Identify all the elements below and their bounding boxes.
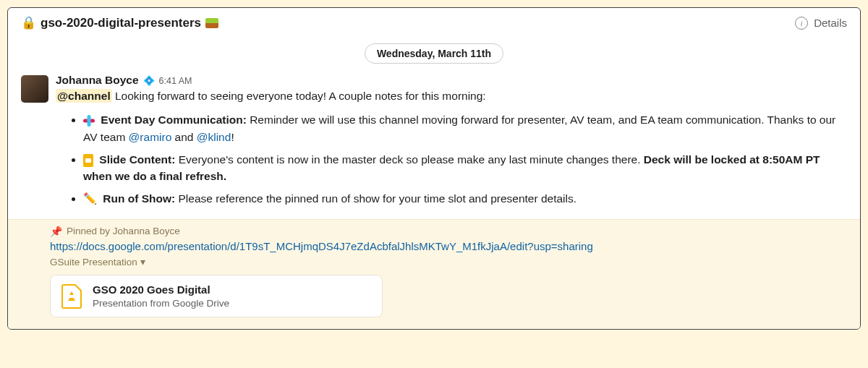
bullet-2-title: Slide Content:: [99, 153, 175, 166]
bullet-1-between: and: [171, 131, 196, 143]
bullet-item-3: ✏️ Run of Show: Please reference the pin…: [83, 190, 847, 207]
chevron-down-icon: ▾: [140, 256, 145, 268]
channel-mention[interactable]: @channel: [56, 89, 112, 103]
pencil-icon: ✏️: [83, 190, 97, 207]
google-drive-file-icon: [61, 283, 82, 309]
lock-icon: 🔒: [21, 15, 36, 30]
bullet-3-title: Run of Show:: [103, 192, 175, 205]
attachment-type[interactable]: GSuite Presentation ▾: [50, 256, 145, 268]
bullet-list: Event Day Communication: Reminder we wil…: [70, 111, 847, 207]
bullet-1-title: Event Day Communication:: [101, 114, 247, 126]
intro-text: Looking forward to seeing everyone today…: [112, 90, 486, 102]
author-name[interactable]: Johanna Boyce: [56, 74, 139, 87]
message-header: Johanna Boyce 💠 6:41 AM: [56, 74, 847, 87]
camping-emoji-icon: [205, 18, 218, 28]
details-label: Details: [814, 17, 847, 29]
bullet-item-2: Slide Content: Everyone's content is now…: [83, 151, 847, 185]
channel-name[interactable]: 🔒 gso-2020-digital-presenters: [21, 15, 218, 30]
attachment-title: GSO 2020 Goes Digital: [93, 283, 229, 297]
avatar[interactable]: [21, 75, 48, 103]
pin-icon: 📌: [50, 226, 62, 237]
message-body: Johanna Boyce 💠 6:41 AM @channel Looking…: [56, 74, 847, 213]
pinned-header: 📌 Pinned by Johanna Boyce: [50, 226, 847, 237]
owner-badge-icon: 💠: [143, 75, 155, 86]
message: Johanna Boyce 💠 6:41 AM @channel Looking…: [8, 74, 860, 219]
attachment-subtitle: Presentation from Google Drive: [93, 297, 229, 310]
date-divider: Wednesday, March 11th: [8, 38, 860, 74]
info-icon: i: [795, 17, 808, 30]
date-pill[interactable]: Wednesday, March 11th: [365, 43, 503, 64]
message-timestamp[interactable]: 6:41 AM: [159, 76, 192, 86]
date-text: Wednesday, March 11th: [377, 48, 491, 59]
bullet-2-text: Everyone's content is now in the master …: [175, 153, 643, 166]
attachment-link[interactable]: https://docs.google.com/presentation/d/1…: [50, 240, 847, 252]
attachment-text: GSO 2020 Goes Digital Presentation from …: [93, 283, 229, 309]
slack-channel-view: 🔒 gso-2020-digital-presenters i Details …: [7, 7, 861, 330]
pinned-attachment: 📌 Pinned by Johanna Boyce https://docs.g…: [8, 219, 860, 330]
mention-ramiro[interactable]: @ramiro: [129, 131, 172, 143]
attachment-type-text: GSuite Presentation: [50, 257, 137, 268]
bullet-item-1: Event Day Communication: Reminder we wil…: [83, 111, 847, 145]
channel-header: 🔒 gso-2020-digital-presenters i Details: [8, 8, 860, 38]
attachment-card[interactable]: GSO 2020 Goes Digital Presentation from …: [50, 275, 383, 317]
message-first-line: @channel Looking forward to seeing every…: [56, 88, 847, 104]
bullet-3-text: Please reference the pinned run of show …: [175, 192, 576, 205]
mention-klind[interactable]: @klind: [197, 131, 231, 143]
pinned-by-text: Pinned by Johanna Boyce: [67, 226, 180, 236]
channel-name-text: gso-2020-digital-presenters: [41, 16, 201, 30]
slides-icon: [83, 154, 93, 167]
slack-logo-icon: [83, 115, 95, 127]
bullet-1-after: !: [231, 131, 234, 143]
details-button[interactable]: i Details: [795, 17, 847, 30]
